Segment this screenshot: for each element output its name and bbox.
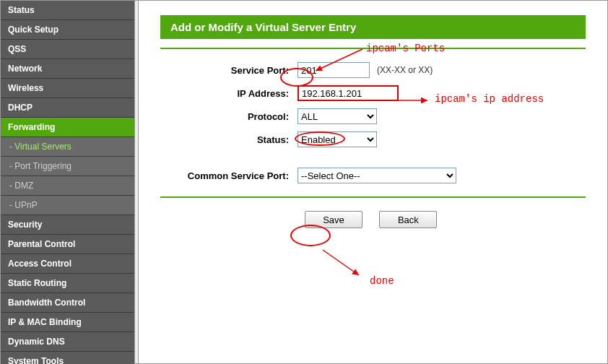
common-service-label: Common Service Port:: [160, 170, 298, 181]
service-port-label: Service Port:: [160, 65, 298, 76]
annotation-arrow-done: [319, 246, 370, 282]
sidebar-item-dynamic-dns[interactable]: Dynamic DNS: [1, 332, 134, 352]
protocol-label: Protocol:: [160, 111, 298, 122]
page-title: Add or Modify a Virtual Server Entry: [160, 15, 586, 39]
svg-line-2: [323, 250, 359, 275]
back-button[interactable]: Back: [379, 211, 437, 228]
protocol-select[interactable]: ALL: [298, 108, 377, 124]
sidebar-item-ip-mac-binding[interactable]: IP & MAC Binding: [1, 313, 134, 332]
sidebar-item-status[interactable]: Status: [1, 1, 134, 20]
save-button[interactable]: Save: [305, 211, 362, 228]
annotation-text-done: done: [370, 275, 394, 287]
ip-address-label: IP Address:: [160, 88, 298, 99]
sidebar-item-dhcp[interactable]: DHCP: [1, 98, 134, 118]
divider: [160, 48, 586, 49]
sidebar-item-bandwidth-control[interactable]: Bandwidth Control: [1, 293, 134, 313]
divider: [160, 196, 586, 198]
service-port-input[interactable]: [298, 62, 370, 78]
ip-address-input[interactable]: [298, 85, 399, 101]
sidebar-item-system-tools[interactable]: System Tools: [1, 352, 134, 364]
sidebar-sub-virtual-servers[interactable]: - Virtual Servers: [1, 137, 134, 157]
sidebar-sub-dmz[interactable]: - DMZ: [1, 176, 134, 196]
sidebar-item-static-routing[interactable]: Static Routing: [1, 274, 134, 293]
status-label: Status:: [160, 134, 298, 145]
sidebar-item-wireless[interactable]: Wireless: [1, 79, 134, 98]
sidebar: Status Quick Setup QSS Network Wireless …: [1, 1, 134, 363]
main-panel: Add or Modify a Virtual Server Entry Ser…: [139, 1, 607, 363]
sidebar-item-access-control[interactable]: Access Control: [1, 254, 134, 274]
sidebar-item-qss[interactable]: QSS: [1, 40, 134, 59]
common-service-select[interactable]: --Select One--: [298, 168, 456, 183]
status-select[interactable]: Enabled: [298, 131, 377, 147]
sidebar-item-quick-setup[interactable]: Quick Setup: [1, 20, 134, 40]
sidebar-item-network[interactable]: Network: [1, 59, 134, 79]
sidebar-item-parental-control[interactable]: Parental Control: [1, 235, 134, 254]
sidebar-sub-upnp[interactable]: - UPnP: [1, 196, 134, 215]
sidebar-sub-port-triggering[interactable]: - Port Triggering: [1, 157, 134, 176]
service-port-hint: (XX-XX or XX): [377, 65, 433, 75]
sidebar-item-security[interactable]: Security: [1, 215, 134, 235]
sidebar-item-forwarding[interactable]: Forwarding: [1, 118, 134, 137]
